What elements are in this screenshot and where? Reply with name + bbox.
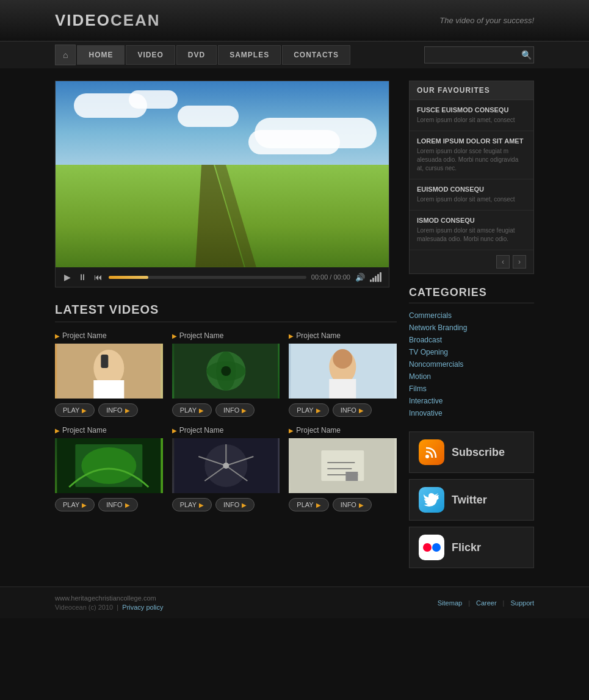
fav-item-1[interactable]: FUSCE EUISMOD CONSEQU Lorem ipsum dolor … bbox=[410, 100, 533, 131]
twitter-label: Twitter bbox=[452, 494, 487, 507]
video-title-5: ▶ Project Name bbox=[172, 426, 280, 435]
rss-icon bbox=[419, 439, 444, 465]
fav-prev-button[interactable]: ‹ bbox=[496, 255, 510, 269]
flickr-dot-blue bbox=[432, 543, 441, 552]
svg-rect-13 bbox=[330, 379, 356, 399]
cat-link-tv-opening[interactable]: TV Opening bbox=[409, 348, 448, 356]
video-item-4: ▶ Project Name PLAY ▶ INFO ▶ bbox=[55, 426, 163, 511]
info-btn-4[interactable]: INFO ▶ bbox=[98, 498, 137, 511]
categories-widget: CATEGORIES Commercials Network Branding … bbox=[409, 286, 534, 419]
video-grid: ▶ Project Name PLAY ▶ bbox=[55, 331, 397, 511]
video-name-4: Project Name bbox=[62, 426, 107, 435]
info-btn-5[interactable]: INFO ▶ bbox=[215, 498, 255, 511]
arrow-icon-5: ▶ bbox=[172, 427, 177, 434]
play-btn-5[interactable]: PLAY ▶ bbox=[172, 498, 212, 511]
play-btn-3[interactable]: PLAY ▶ bbox=[289, 403, 328, 417]
flickr-button[interactable]: Flickr bbox=[409, 527, 534, 568]
info-btn-2[interactable]: INFO ▶ bbox=[215, 403, 255, 417]
video-item-1: ▶ Project Name PLAY ▶ bbox=[55, 331, 163, 417]
cat-link-commercials[interactable]: Commercials bbox=[409, 311, 452, 320]
footer-sep-1: | bbox=[468, 599, 470, 607]
cat-link-interactive[interactable]: Interactive bbox=[409, 397, 443, 405]
fav-title-3: EUISMOD CONSEQU bbox=[417, 186, 526, 193]
cat-item-innovative[interactable]: Innovative bbox=[409, 407, 534, 419]
nav-item-video[interactable]: VIDEO bbox=[126, 45, 175, 65]
video-buttons-1: PLAY ▶ INFO ▶ bbox=[55, 403, 163, 417]
search-input[interactable] bbox=[430, 51, 521, 59]
nav-item-samples[interactable]: SAMPLES bbox=[218, 45, 281, 65]
nav-item-home[interactable]: HOME bbox=[77, 45, 125, 65]
cat-link-motion[interactable]: Motion bbox=[409, 372, 431, 381]
cat-item-commercials[interactable]: Commercials bbox=[409, 309, 534, 322]
vbar-5 bbox=[380, 272, 381, 282]
cat-item-network-branding[interactable]: Network Branding bbox=[409, 322, 534, 334]
svg-point-25 bbox=[223, 463, 229, 469]
pause-button[interactable]: ⏸ bbox=[77, 272, 88, 282]
right-column: OUR FAVOURITES FUSCE EUISMOD CONSEQU Lor… bbox=[409, 81, 534, 574]
video-item-3: ▶ Project Name PLAY ▶ INFO ▶ bbox=[289, 331, 397, 417]
progress-bar[interactable] bbox=[109, 276, 306, 279]
logo-prefix: VIDEO bbox=[55, 11, 110, 29]
video-item-6: ▶ Project Name P bbox=[289, 426, 397, 511]
cat-link-noncommercials[interactable]: Noncommercials bbox=[409, 360, 463, 369]
fav-item-4[interactable]: ISMOD CONSEQU Lorem ipsum dolor sit amsc… bbox=[410, 211, 533, 250]
cat-link-network-branding[interactable]: Network Branding bbox=[409, 323, 467, 332]
video-item-2: ▶ Project Name PLAY ▶ bbox=[172, 331, 280, 417]
footer-support-link[interactable]: Support bbox=[510, 599, 534, 607]
fav-title-2: LOREM IPSUM DOLOR SIT AMET bbox=[417, 137, 526, 145]
progress-fill bbox=[109, 276, 148, 279]
play-btn-2[interactable]: PLAY ▶ bbox=[172, 403, 212, 417]
flickr-label: Flickr bbox=[452, 541, 481, 554]
video-thumb-6 bbox=[289, 438, 397, 493]
volume-icon[interactable]: 🔊 bbox=[355, 273, 365, 282]
arrow-icon-2: ▶ bbox=[172, 333, 177, 339]
svg-point-32 bbox=[425, 455, 429, 458]
nav-bar: ⌂ HOME VIDEO DVD SAMPLES CONTACTS 🔍 bbox=[0, 41, 589, 68]
flickr-icon bbox=[419, 535, 444, 560]
footer-left: www.heritagechristiancollege.com Videoce… bbox=[55, 594, 164, 611]
info-btn-1[interactable]: INFO ▶ bbox=[98, 403, 137, 417]
fav-item-3[interactable]: EUISMOD CONSEQU Lorem ipsum dolor sit am… bbox=[410, 179, 533, 211]
cat-item-interactive[interactable]: Interactive bbox=[409, 395, 534, 407]
cat-item-motion[interactable]: Motion bbox=[409, 370, 534, 383]
footer-privacy-link[interactable]: Privacy policy bbox=[122, 604, 163, 611]
fav-item-2[interactable]: LOREM IPSUM DOLOR SIT AMET Lorem ipsum d… bbox=[410, 131, 533, 179]
nav-item-contacts[interactable]: CONTACTS bbox=[282, 45, 350, 65]
cat-link-innovative[interactable]: Innovative bbox=[409, 409, 443, 417]
info-btn-6[interactable]: INFO ▶ bbox=[333, 498, 372, 511]
cat-item-broadcast[interactable]: Broadcast bbox=[409, 334, 534, 346]
play-button[interactable]: ▶ bbox=[63, 272, 72, 282]
fav-desc-2: Lorem ipsum dolor ssce feugiat m alesuad… bbox=[417, 147, 526, 173]
header: VIDEOCEAN The video of your success! bbox=[0, 0, 589, 41]
play-btn-4[interactable]: PLAY ▶ bbox=[55, 498, 95, 511]
twitter-button[interactable]: Twitter bbox=[409, 479, 534, 521]
thumb-svg-5 bbox=[172, 438, 280, 493]
footer-career-link[interactable]: Career bbox=[476, 599, 497, 607]
logo-suffix: CEAN bbox=[110, 11, 161, 29]
arrow-icon-4: ▶ bbox=[55, 427, 60, 434]
info-btn-3[interactable]: INFO ▶ bbox=[333, 403, 372, 417]
field-tracks bbox=[56, 165, 389, 267]
search-icon[interactable]: 🔍 bbox=[521, 50, 532, 60]
play-btn-6[interactable]: PLAY ▶ bbox=[289, 498, 328, 511]
cat-link-broadcast[interactable]: Broadcast bbox=[409, 336, 442, 344]
fav-title-1: FUSCE EUISMOD CONSEQU bbox=[417, 106, 526, 114]
categories-list: Commercials Network Branding Broadcast T… bbox=[409, 309, 534, 419]
footer-sitemap-link[interactable]: Sitemap bbox=[438, 599, 462, 607]
svg-rect-5 bbox=[101, 355, 108, 368]
cat-item-noncommercials[interactable]: Noncommercials bbox=[409, 358, 534, 370]
video-thumb-5 bbox=[172, 438, 280, 493]
fav-next-button[interactable]: › bbox=[513, 255, 526, 269]
cat-item-tv-opening[interactable]: TV Opening bbox=[409, 346, 534, 358]
nav-item-dvd[interactable]: DVD bbox=[176, 45, 217, 65]
rewind-button[interactable]: ⏮ bbox=[93, 272, 104, 282]
favourites-nav: ‹ › bbox=[410, 250, 533, 273]
nav-home-button[interactable]: ⌂ bbox=[55, 45, 76, 65]
video-item-5: ▶ Project Name bbox=[172, 426, 280, 511]
cat-item-films[interactable]: Films bbox=[409, 383, 534, 395]
subscribe-button[interactable]: Subscribe bbox=[409, 431, 534, 473]
footer: www.heritagechristiancollege.com Videoce… bbox=[0, 586, 589, 618]
flickr-dots bbox=[423, 543, 441, 552]
cat-link-films[interactable]: Films bbox=[409, 384, 427, 393]
play-btn-1[interactable]: PLAY ▶ bbox=[55, 403, 95, 417]
